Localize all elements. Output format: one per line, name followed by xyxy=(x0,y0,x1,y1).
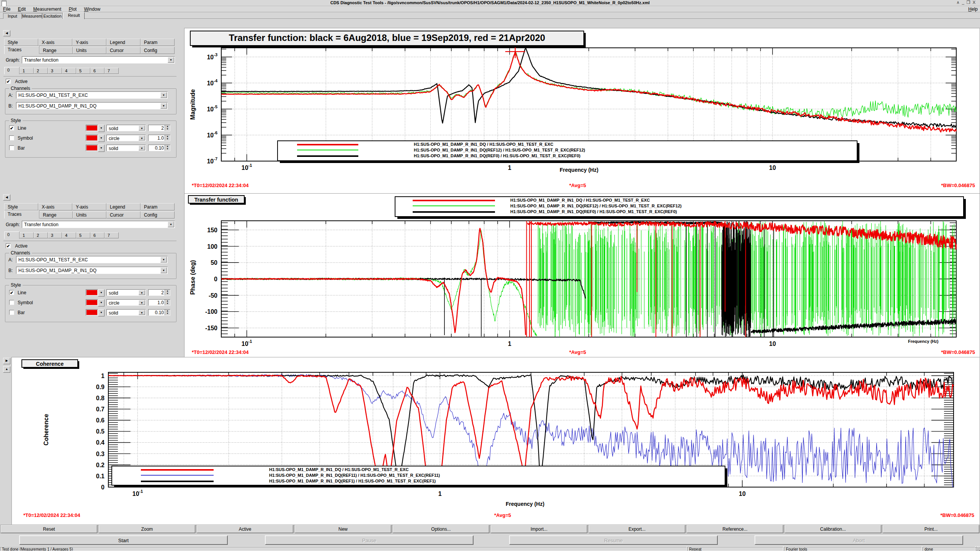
trace-tab-0[interactable]: 0 xyxy=(4,231,20,239)
spin-up-icon[interactable]: ▲ xyxy=(167,135,169,137)
line-width-spinner[interactable]: 2▲▼ xyxy=(148,289,170,296)
subtab-param[interactable]: Param xyxy=(140,203,175,210)
chevron-down-icon[interactable]: ▼ xyxy=(160,267,167,273)
line-style-select[interactable]: solid▼ xyxy=(106,289,146,296)
bar-style-select[interactable]: solid▼ xyxy=(106,145,146,151)
magnitude-plot-panel[interactable]: 10-710-610-510-410-310-1110 Transfer fun… xyxy=(184,28,980,194)
plot3-header[interactable]: Coherence xyxy=(21,359,78,368)
shade-icon[interactable]: ∧ xyxy=(957,0,962,5)
coherence-plot-canvas[interactable]: 10.90.80.70.60.50.40.30.20.1010-1110 xyxy=(12,357,980,525)
symbol-size-spinner[interactable]: 1.0▲▼ xyxy=(148,135,170,141)
subtab-yaxis[interactable]: Y-axis xyxy=(72,39,106,46)
resume-button[interactable]: Resume xyxy=(509,535,718,545)
chevron-down-icon[interactable]: ▼ xyxy=(160,92,167,98)
subtab-range[interactable]: Range xyxy=(39,211,73,218)
spin-down-icon[interactable]: ▼ xyxy=(167,292,169,295)
symbol-checkbox[interactable] xyxy=(9,300,14,305)
subtab-xaxis[interactable]: X-axis xyxy=(38,203,72,210)
trace-tab-6[interactable]: 6 xyxy=(90,68,105,74)
subtab-cursor[interactable]: Cursor xyxy=(106,47,140,54)
spin-up-icon[interactable]: ▲ xyxy=(167,290,169,292)
spinner-arrows[interactable]: ▲▼ xyxy=(165,135,170,141)
trace-tab-3[interactable]: 3 xyxy=(48,232,62,238)
new-button[interactable]: New xyxy=(295,525,391,533)
tab-result[interactable]: Result xyxy=(63,12,85,19)
bar-color-swatch[interactable] xyxy=(86,309,98,316)
line-color-dropdown[interactable]: ▼ xyxy=(98,125,105,132)
chevron-down-icon[interactable]: ▼ xyxy=(160,257,167,262)
line-color-swatch[interactable] xyxy=(86,289,98,296)
subtab-units[interactable]: Units xyxy=(73,47,106,54)
trace-tab-1[interactable]: 1 xyxy=(20,68,34,74)
menu-help[interactable]: Help xyxy=(968,7,978,12)
menu-plot[interactable]: Plot xyxy=(65,6,80,12)
maximize-icon[interactable]: ❒ xyxy=(967,0,973,5)
trace-tab-6[interactable]: 6 xyxy=(90,232,105,238)
plot2-header[interactable]: Transfer function xyxy=(188,195,245,204)
export-button[interactable]: Export... xyxy=(589,525,685,533)
close-icon[interactable]: X xyxy=(973,0,978,5)
subtab-traces[interactable]: Traces xyxy=(4,46,39,54)
resize-grip[interactable] xyxy=(975,547,980,551)
menu-file[interactable]: File xyxy=(0,6,13,12)
abort-button[interactable]: Abort xyxy=(755,535,963,545)
chevron-down-icon[interactable]: ▼ xyxy=(168,57,174,63)
subtab-cursor[interactable]: Cursor xyxy=(106,211,140,218)
zoom-button[interactable]: Zoom xyxy=(99,525,195,533)
calibration-button[interactable]: Calibration... xyxy=(785,525,881,533)
tab-input[interactable]: Input xyxy=(3,13,22,19)
trace-tab-7[interactable]: 7 xyxy=(105,232,119,238)
pause-button[interactable]: Pause xyxy=(265,535,474,545)
line-color-swatch[interactable] xyxy=(86,125,98,131)
chevron-down-icon[interactable]: ▼ xyxy=(139,300,145,305)
channel-a-select[interactable]: H1:SUS-OPO_M1_TEST_R_EXC ▼ xyxy=(16,256,168,263)
channel-a-select[interactable]: H1:SUS-OPO_M1_TEST_R_EXC ▼ xyxy=(16,91,168,99)
symbol-size-spinner[interactable]: 1.0▲▼ xyxy=(148,299,170,306)
subtab-range[interactable]: Range xyxy=(39,47,73,54)
spinner-arrows[interactable]: ▲▼ xyxy=(165,290,170,295)
line-width-spinner[interactable]: 2▲▼ xyxy=(148,125,170,131)
symbol-style-select[interactable]: circle▼ xyxy=(106,299,146,306)
spin-up-icon[interactable]: ▲ xyxy=(167,125,169,127)
spin-down-icon[interactable]: ▼ xyxy=(167,128,169,130)
trace-tab-3[interactable]: 3 xyxy=(48,68,62,74)
spinner-arrows[interactable]: ▲▼ xyxy=(165,310,170,315)
subtab-config[interactable]: Config xyxy=(140,47,175,54)
menu-window[interactable]: Window xyxy=(81,6,104,12)
options-button[interactable]: Options... xyxy=(393,525,489,533)
print-button[interactable]: Print... xyxy=(883,525,979,533)
subtab-yaxis[interactable]: Y-axis xyxy=(72,203,106,210)
bar-width-spinner[interactable]: 0.10▲▼ xyxy=(148,145,170,151)
side-scroll-right-button[interactable]: ▶ xyxy=(3,358,10,364)
subtab-legend[interactable]: Legend xyxy=(106,203,140,210)
trace-tab-4[interactable]: 4 xyxy=(62,68,76,74)
subtab-legend[interactable]: Legend xyxy=(106,39,140,46)
menu-edit[interactable]: Edit xyxy=(15,6,29,12)
spin-up-icon[interactable]: ▲ xyxy=(167,300,169,302)
symbol-style-select[interactable]: circle▼ xyxy=(106,135,146,141)
trace-tab-2[interactable]: 2 xyxy=(34,232,48,238)
active-button[interactable]: Active xyxy=(197,525,293,533)
subtab-param[interactable]: Param xyxy=(140,39,175,46)
minimize-icon[interactable]: _ xyxy=(962,0,967,5)
reference-button[interactable]: Reference... xyxy=(687,525,783,533)
trace-tab-5[interactable]: 5 xyxy=(76,68,90,74)
spin-down-icon[interactable]: ▼ xyxy=(167,302,169,305)
reset-button[interactable]: Reset xyxy=(1,525,97,533)
tab-measurement[interactable]: Measurement xyxy=(22,13,42,19)
subtab-xaxis[interactable]: X-axis xyxy=(38,39,72,46)
trace-tab-2[interactable]: 2 xyxy=(34,68,48,74)
active-checkbox[interactable]: ✔ xyxy=(6,243,11,248)
start-button[interactable]: Start xyxy=(19,535,228,545)
collapse-panel-button[interactable]: ◀ xyxy=(3,30,10,36)
bar-checkbox[interactable] xyxy=(9,145,14,150)
spinner-arrows[interactable]: ▲▼ xyxy=(165,125,170,131)
channel-b-select[interactable]: H1:SUS-OPO_M1_DAMP_R_IN1_DQ ▼ xyxy=(16,102,168,109)
chevron-down-icon[interactable]: ▼ xyxy=(168,222,174,227)
trace-tab-5[interactable]: 5 xyxy=(76,232,90,238)
chevron-down-icon[interactable]: ▼ xyxy=(139,126,145,130)
chevron-down-icon[interactable]: ▼ xyxy=(139,145,145,150)
subtab-style[interactable]: Style xyxy=(4,203,38,210)
spin-down-icon[interactable]: ▼ xyxy=(167,138,169,140)
tab-excitation[interactable]: Excitation xyxy=(42,13,63,19)
